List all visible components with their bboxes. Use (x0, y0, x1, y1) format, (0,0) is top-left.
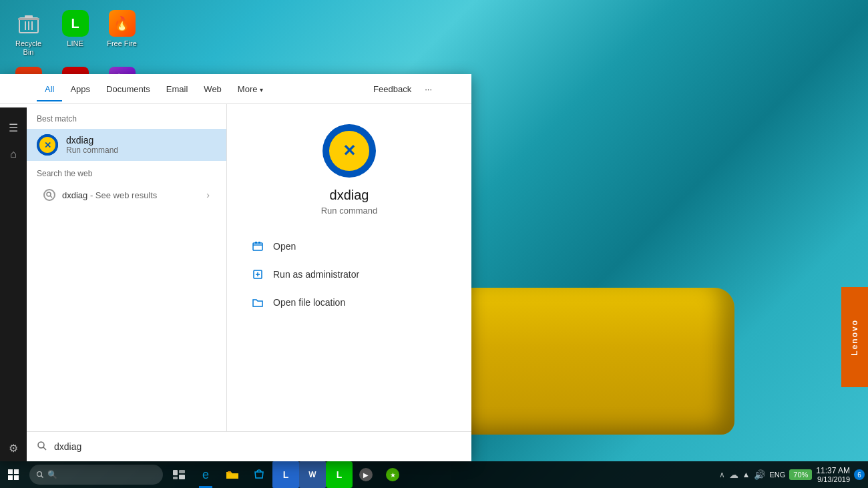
action-open-label: Open (273, 241, 296, 252)
run-as-admin-icon (250, 267, 265, 282)
web-search-section: Search the web dxdiag - See web results … (0, 161, 226, 212)
lenovo-text: Lenovo (850, 319, 859, 356)
action-run-as-admin-label: Run as administrator (273, 269, 359, 280)
desktop: Recycle Bin L LINE 🔥 Free Fire F Foxit (0, 0, 868, 488)
result-subtitle: Run command (66, 146, 216, 155)
open-icon (250, 239, 265, 254)
dxdiag-result-icon: ✕ (37, 134, 58, 156)
svg-rect-10 (258, 242, 260, 244)
search-bar: dxdiag (0, 431, 471, 461)
arrow-right-icon: › (206, 190, 210, 200)
windows-logo (8, 469, 19, 480)
web-search-item[interactable]: dxdiag - See web results › (37, 184, 216, 206)
taskbar-line[interactable]: L (326, 461, 353, 488)
taskbar-explorer[interactable] (219, 461, 246, 488)
svg-rect-1 (25, 15, 33, 18)
detail-app-icon: ✕ (322, 124, 376, 178)
tab-all[interactable]: All (37, 77, 62, 101)
tab-email[interactable]: Email (158, 77, 196, 101)
svg-line-13 (43, 447, 46, 450)
result-text: dxdiag Run command (66, 135, 216, 155)
svg-rect-20 (228, 471, 231, 473)
clock-time: 11:37 AM (816, 466, 850, 475)
hamburger-menu-icon[interactable]: ☰ (0, 114, 27, 141)
results-right: ✕ dxdiag Run command (227, 104, 471, 431)
free-fire-icon[interactable]: 🔥 Free Fire (100, 7, 144, 60)
taskbar-lynx[interactable]: L (272, 461, 299, 488)
line-label: LINE (67, 39, 83, 48)
taskbar-network-icon: ☁ (729, 469, 738, 480)
search-content: Best match ✕ dxdiag Run command (0, 104, 471, 431)
start-button[interactable] (0, 461, 27, 488)
taskbar: 🔍 e (0, 461, 868, 488)
web-search-text: dxdiag - See web results (62, 190, 206, 200)
taskbar-chevron-up[interactable]: ∧ (719, 470, 725, 479)
clock-date: 9/13/2019 (816, 475, 850, 483)
svg-rect-2 (18, 18, 39, 20)
tab-web[interactable]: Web (196, 77, 230, 101)
web-search-label: Search the web (37, 169, 216, 178)
svg-point-12 (38, 442, 44, 448)
taskbar-app-8[interactable]: ★ (379, 461, 406, 488)
recycle-bin-icon[interactable]: Recycle Bin (7, 7, 50, 60)
battery-indicator: 70% (789, 469, 812, 480)
lenovo-badge: Lenovo (841, 287, 868, 387)
svg-point-6 (47, 192, 51, 196)
recycle-bin-label: Recycle Bin (10, 39, 47, 57)
taskbar-volume-icon[interactable]: 🔊 (754, 469, 765, 480)
taskbar-apps: e L W L ▶ (166, 461, 406, 488)
action-open[interactable]: Open (247, 232, 451, 260)
action-open-file-location-label: Open file location (273, 297, 345, 308)
result-dxdiag[interactable]: ✕ dxdiag Run command (0, 129, 226, 161)
taskbar-app-7[interactable]: ▶ (353, 461, 379, 488)
notification-badge[interactable]: 6 (854, 469, 865, 480)
taskbar-search[interactable]: 🔍 (29, 465, 163, 485)
detail-app-name: dxdiag (330, 188, 369, 203)
start-sidebar: ☰ ⌂ ⚙ (0, 107, 27, 461)
svg-point-14 (37, 472, 42, 477)
results-left: Best match ✕ dxdiag Run command (0, 104, 227, 431)
clock[interactable]: 11:37 AM 9/13/2019 (816, 466, 850, 483)
action-open-file-location[interactable]: Open file location (247, 288, 451, 316)
more-options-button[interactable]: ··· (422, 77, 435, 101)
open-file-location-icon (250, 295, 265, 310)
svg-rect-18 (173, 477, 178, 479)
feedback-button[interactable]: Feedback (368, 77, 417, 101)
svg-rect-17 (179, 470, 185, 473)
svg-line-7 (51, 196, 53, 198)
taskbar-wifi-icon: ▲ (742, 470, 750, 479)
taskbar-edge[interactable]: e (192, 461, 219, 488)
search-bar-icon (37, 441, 47, 453)
search-input[interactable]: dxdiag (54, 441, 435, 452)
svg-rect-16 (173, 470, 178, 475)
svg-rect-8 (253, 243, 262, 250)
search-tabs: All Apps Documents Email Web More ▾ Feed… (0, 74, 471, 104)
action-run-as-admin[interactable]: Run as administrator (247, 260, 451, 288)
search-circle-icon (43, 189, 55, 201)
taskbar-language[interactable]: ENG (769, 471, 785, 479)
line-icon[interactable]: L LINE (53, 7, 97, 60)
taskbar-right: ∧ ☁ ▲ 🔊 ENG 70% 11:37 AM 9/13/2019 6 (719, 466, 868, 483)
taskbar-word[interactable]: W (299, 461, 326, 488)
start-menu-panel: All Apps Documents Email Web More ▾ Feed… (0, 74, 471, 461)
home-icon[interactable]: ⌂ (0, 141, 27, 168)
tab-documents[interactable]: Documents (98, 77, 158, 101)
svg-line-15 (41, 476, 43, 478)
result-title: dxdiag (66, 135, 216, 146)
taskbar-store[interactable] (246, 461, 272, 488)
svg-rect-9 (255, 242, 257, 244)
settings-icon[interactable]: ⚙ (0, 435, 27, 461)
detail-app-type: Run command (321, 206, 378, 216)
taskbar-task-view[interactable] (166, 461, 192, 488)
free-fire-label: Free Fire (107, 39, 137, 48)
svg-rect-19 (179, 475, 185, 479)
tab-apps[interactable]: Apps (62, 77, 98, 101)
taskbar-search-hint: 🔍 (47, 470, 57, 479)
best-match-label: Best match (0, 114, 226, 129)
tab-more[interactable]: More ▾ (230, 77, 271, 101)
